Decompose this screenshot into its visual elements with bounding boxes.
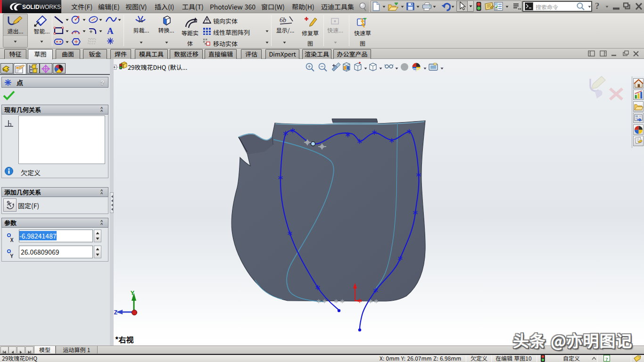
svg-text:6b: 6b [280,16,286,24]
svg-text:?: ? [605,356,608,362]
svg-text:Z: Z [114,309,118,316]
svg-text:X: X [10,236,14,243]
svg-text:A: A [107,26,114,35]
svg-text:Y: Y [10,252,14,259]
svg-text:Y: Y [131,290,134,297]
